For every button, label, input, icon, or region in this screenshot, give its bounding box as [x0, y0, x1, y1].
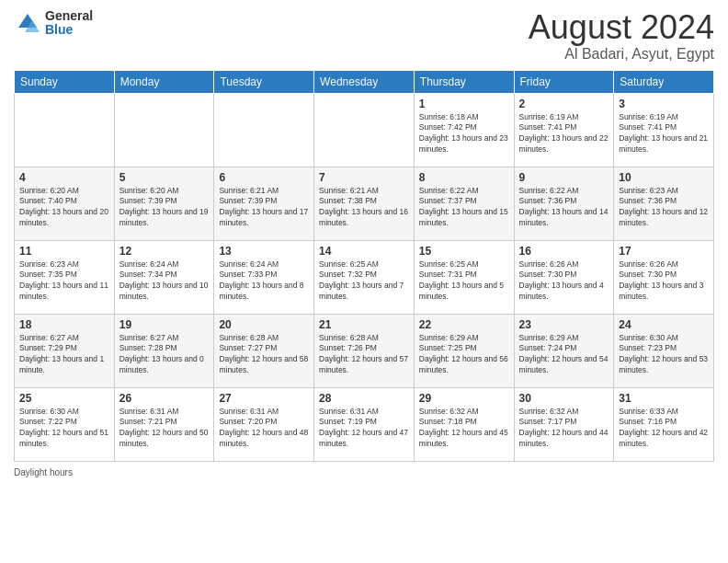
table-row: 3Sunrise: 6:19 AM Sunset: 7:41 PM Daylig…: [614, 93, 714, 167]
day-number: 27: [219, 392, 309, 405]
day-info: Sunrise: 6:19 AM Sunset: 7:41 PM Dayligh…: [519, 112, 609, 156]
day-info: Sunrise: 6:21 AM Sunset: 7:38 PM Dayligh…: [319, 186, 409, 230]
table-row: 15Sunrise: 6:25 AM Sunset: 7:31 PM Dayli…: [414, 240, 514, 314]
table-row: 22Sunrise: 6:29 AM Sunset: 7:25 PM Dayli…: [414, 314, 514, 387]
day-number: 20: [219, 318, 309, 331]
day-number: 25: [19, 392, 109, 405]
day-info: Sunrise: 6:25 AM Sunset: 7:32 PM Dayligh…: [319, 259, 409, 304]
calendar-week-row: 25Sunrise: 6:30 AM Sunset: 7:22 PM Dayli…: [15, 387, 714, 461]
day-number: 23: [519, 318, 609, 331]
table-row: 10Sunrise: 6:23 AM Sunset: 7:36 PM Dayli…: [614, 167, 714, 240]
day-number: 6: [219, 171, 309, 184]
calendar-week-row: 11Sunrise: 6:23 AM Sunset: 7:35 PM Dayli…: [15, 240, 714, 314]
header-saturday: Saturday: [614, 70, 714, 93]
title-block: August 2024 Al Badari, Asyut, Egypt: [529, 9, 714, 63]
table-row: 25Sunrise: 6:30 AM Sunset: 7:22 PM Dayli…: [15, 387, 115, 461]
day-number: 19: [119, 318, 210, 331]
table-row: 26Sunrise: 6:31 AM Sunset: 7:21 PM Dayli…: [114, 387, 214, 461]
day-info: Sunrise: 6:20 AM Sunset: 7:39 PM Dayligh…: [119, 186, 210, 230]
logo-icon: [14, 9, 41, 37]
day-number: 13: [219, 245, 309, 258]
day-number: 8: [419, 171, 509, 184]
header-friday: Friday: [514, 70, 614, 93]
day-info: Sunrise: 6:22 AM Sunset: 7:37 PM Dayligh…: [419, 186, 509, 230]
day-number: 10: [619, 171, 709, 184]
table-row: 2Sunrise: 6:19 AM Sunset: 7:41 PM Daylig…: [514, 93, 614, 167]
day-number: 24: [619, 318, 709, 331]
header-tuesday: Tuesday: [214, 70, 314, 93]
table-row: 20Sunrise: 6:28 AM Sunset: 7:27 PM Dayli…: [214, 314, 314, 387]
footer: Daylight hours: [14, 467, 714, 477]
table-row: [314, 93, 415, 167]
table-row: 23Sunrise: 6:29 AM Sunset: 7:24 PM Dayli…: [514, 314, 614, 387]
day-info: Sunrise: 6:33 AM Sunset: 7:16 PM Dayligh…: [619, 407, 709, 451]
main-title: August 2024: [529, 9, 714, 46]
table-row: 12Sunrise: 6:24 AM Sunset: 7:34 PM Dayli…: [114, 240, 214, 314]
table-row: 4Sunrise: 6:20 AM Sunset: 7:40 PM Daylig…: [15, 167, 115, 240]
table-row: 16Sunrise: 6:26 AM Sunset: 7:30 PM Dayli…: [514, 240, 614, 314]
table-row: 30Sunrise: 6:32 AM Sunset: 7:17 PM Dayli…: [514, 387, 614, 461]
calendar-week-row: 1Sunrise: 6:18 AM Sunset: 7:42 PM Daylig…: [15, 93, 714, 167]
day-info: Sunrise: 6:30 AM Sunset: 7:22 PM Dayligh…: [19, 407, 109, 451]
day-info: Sunrise: 6:28 AM Sunset: 7:26 PM Dayligh…: [319, 333, 409, 377]
table-row: 19Sunrise: 6:27 AM Sunset: 7:28 PM Dayli…: [114, 314, 214, 387]
table-row: 18Sunrise: 6:27 AM Sunset: 7:29 PM Dayli…: [15, 314, 115, 387]
day-number: 16: [519, 245, 609, 258]
day-number: 4: [19, 171, 109, 184]
day-info: Sunrise: 6:18 AM Sunset: 7:42 PM Dayligh…: [419, 112, 509, 156]
calendar-table: Sunday Monday Tuesday Wednesday Thursday…: [14, 70, 714, 462]
day-number: 28: [319, 392, 409, 405]
header-wednesday: Wednesday: [314, 70, 415, 93]
table-row: 6Sunrise: 6:21 AM Sunset: 7:39 PM Daylig…: [214, 167, 314, 240]
table-row: 28Sunrise: 6:31 AM Sunset: 7:19 PM Dayli…: [314, 387, 415, 461]
table-row: 7Sunrise: 6:21 AM Sunset: 7:38 PM Daylig…: [314, 167, 415, 240]
day-info: Sunrise: 6:19 AM Sunset: 7:41 PM Dayligh…: [619, 112, 709, 156]
day-info: Sunrise: 6:31 AM Sunset: 7:21 PM Dayligh…: [119, 407, 210, 451]
table-row: [114, 93, 214, 167]
table-row: [15, 93, 115, 167]
day-info: Sunrise: 6:20 AM Sunset: 7:40 PM Dayligh…: [19, 186, 109, 230]
day-info: Sunrise: 6:22 AM Sunset: 7:36 PM Dayligh…: [519, 186, 609, 230]
day-number: 18: [19, 318, 109, 331]
day-info: Sunrise: 6:26 AM Sunset: 7:30 PM Dayligh…: [519, 259, 609, 304]
day-info: Sunrise: 6:21 AM Sunset: 7:39 PM Dayligh…: [219, 186, 309, 230]
calendar-week-row: 4Sunrise: 6:20 AM Sunset: 7:40 PM Daylig…: [15, 167, 714, 240]
page: General Blue August 2024 Al Badari, Asyu…: [0, 0, 728, 563]
table-row: 24Sunrise: 6:30 AM Sunset: 7:23 PM Dayli…: [614, 314, 714, 387]
day-info: Sunrise: 6:32 AM Sunset: 7:17 PM Dayligh…: [519, 407, 609, 451]
table-row: [214, 93, 314, 167]
table-row: 31Sunrise: 6:33 AM Sunset: 7:16 PM Dayli…: [614, 387, 714, 461]
day-number: 15: [419, 245, 509, 258]
day-info: Sunrise: 6:24 AM Sunset: 7:33 PM Dayligh…: [219, 259, 309, 304]
table-row: 11Sunrise: 6:23 AM Sunset: 7:35 PM Dayli…: [15, 240, 115, 314]
logo: General Blue: [14, 9, 93, 38]
day-info: Sunrise: 6:26 AM Sunset: 7:30 PM Dayligh…: [619, 259, 709, 304]
day-number: 1: [419, 98, 509, 110]
table-row: 13Sunrise: 6:24 AM Sunset: 7:33 PM Dayli…: [214, 240, 314, 314]
table-row: 21Sunrise: 6:28 AM Sunset: 7:26 PM Dayli…: [314, 314, 415, 387]
table-row: 17Sunrise: 6:26 AM Sunset: 7:30 PM Dayli…: [614, 240, 714, 314]
day-info: Sunrise: 6:29 AM Sunset: 7:25 PM Dayligh…: [419, 333, 509, 377]
day-number: 26: [119, 392, 210, 405]
logo-blue: Blue: [45, 23, 93, 37]
day-number: 22: [419, 318, 509, 331]
day-info: Sunrise: 6:27 AM Sunset: 7:29 PM Dayligh…: [19, 333, 109, 377]
table-row: 27Sunrise: 6:31 AM Sunset: 7:20 PM Dayli…: [214, 387, 314, 461]
day-number: 14: [319, 245, 409, 258]
day-info: Sunrise: 6:29 AM Sunset: 7:24 PM Dayligh…: [519, 333, 609, 377]
day-info: Sunrise: 6:32 AM Sunset: 7:18 PM Dayligh…: [419, 407, 509, 451]
day-info: Sunrise: 6:31 AM Sunset: 7:20 PM Dayligh…: [219, 407, 309, 451]
table-row: 29Sunrise: 6:32 AM Sunset: 7:18 PM Dayli…: [414, 387, 514, 461]
day-number: 5: [119, 171, 210, 184]
day-info: Sunrise: 6:31 AM Sunset: 7:19 PM Dayligh…: [319, 407, 409, 451]
day-info: Sunrise: 6:27 AM Sunset: 7:28 PM Dayligh…: [119, 333, 210, 377]
table-row: 9Sunrise: 6:22 AM Sunset: 7:36 PM Daylig…: [514, 167, 614, 240]
day-number: 12: [119, 245, 210, 258]
day-number: 9: [519, 171, 609, 184]
logo-general: General: [45, 9, 93, 23]
header-thursday: Thursday: [414, 70, 514, 93]
day-number: 21: [319, 318, 409, 331]
calendar-header-row: Sunday Monday Tuesday Wednesday Thursday…: [15, 70, 714, 93]
header-sunday: Sunday: [15, 70, 115, 93]
day-info: Sunrise: 6:23 AM Sunset: 7:36 PM Dayligh…: [619, 186, 709, 230]
